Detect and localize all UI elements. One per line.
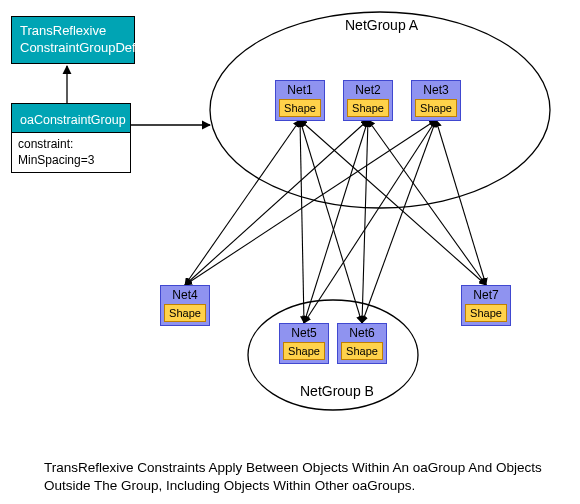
svg-line-5	[300, 120, 304, 323]
net6-box: Net6 Shape	[337, 323, 387, 364]
net7-name: Net7	[473, 288, 498, 302]
net3-name: Net3	[423, 83, 448, 97]
transreflexive-def-l1: TransReflexive	[20, 23, 106, 38]
net6-name: Net6	[349, 326, 374, 340]
svg-line-12	[368, 120, 486, 285]
svg-line-9	[362, 120, 368, 323]
net1-box: Net1 Shape	[275, 80, 325, 121]
net6-shape: Shape	[341, 342, 383, 360]
net2-name: Net2	[355, 83, 380, 97]
svg-line-7	[304, 120, 436, 323]
net1-shape: Shape	[279, 99, 321, 117]
transreflexive-def-box: TransReflexive ConstraintGroupDef	[11, 16, 135, 64]
svg-line-13	[436, 120, 486, 285]
net3-box: Net3 Shape	[411, 80, 461, 121]
caption: TransReflexive Constraints Apply Between…	[44, 459, 564, 495]
constraint-l1: constraint:	[18, 137, 73, 151]
svg-line-2	[185, 120, 300, 285]
oaconstraintgroup-title: oaConstraintGroup	[20, 113, 126, 127]
net2-box: Net2 Shape	[343, 80, 393, 121]
svg-line-4	[185, 120, 436, 285]
netgroup-a-label: NetGroup A	[345, 17, 418, 33]
net4-box: Net4 Shape	[160, 285, 210, 326]
netgroup-b-label: NetGroup B	[300, 383, 374, 399]
svg-line-8	[300, 120, 362, 323]
svg-line-6	[304, 120, 368, 323]
net1-name: Net1	[287, 83, 312, 97]
svg-line-11	[300, 120, 486, 285]
svg-line-10	[362, 120, 436, 323]
net5-name: Net5	[291, 326, 316, 340]
oaconstraintgroup-box: oaConstraintGroup constraint: MinSpacing…	[11, 103, 131, 173]
diagram-svg	[0, 0, 580, 504]
caption-l2: Outside The Group, Including Objects Wit…	[44, 478, 415, 493]
constraint-l2: MinSpacing=3	[18, 153, 94, 167]
net7-shape: Shape	[465, 304, 507, 322]
net4-shape: Shape	[164, 304, 206, 322]
caption-l1: TransReflexive Constraints Apply Between…	[44, 460, 542, 475]
net4-name: Net4	[172, 288, 197, 302]
net3-shape: Shape	[415, 99, 457, 117]
constraint-box: constraint: MinSpacing=3	[12, 132, 130, 172]
net2-shape: Shape	[347, 99, 389, 117]
net5-shape: Shape	[283, 342, 325, 360]
net5-box: Net5 Shape	[279, 323, 329, 364]
svg-line-3	[185, 120, 368, 285]
transreflexive-def-l2: ConstraintGroupDef	[20, 40, 136, 55]
net7-box: Net7 Shape	[461, 285, 511, 326]
